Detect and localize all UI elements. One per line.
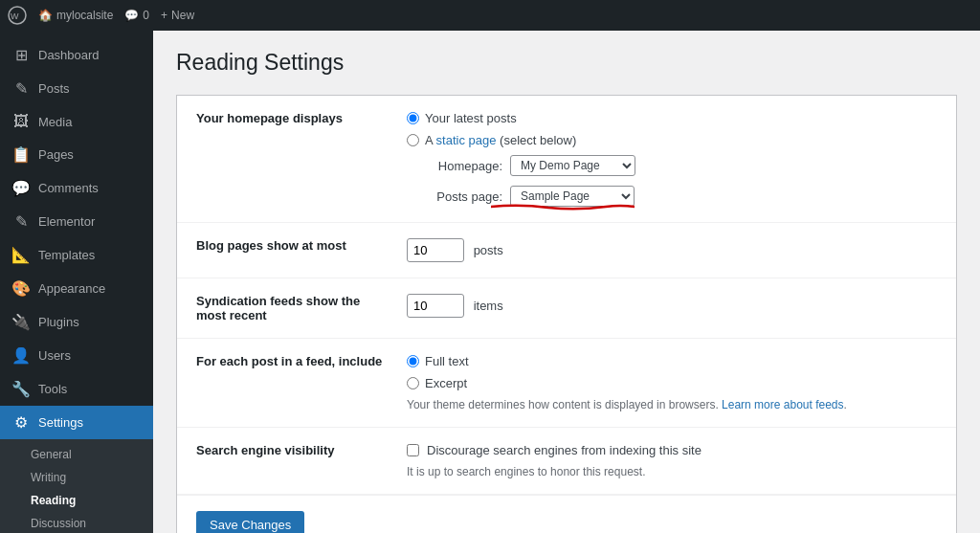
sidebar-item-comments[interactable]: 💬 Comments [0, 171, 153, 205]
latest-posts-label: Your latest posts [425, 111, 517, 125]
search-visibility-info: It is up to search engines to honor this… [407, 465, 947, 478]
search-visibility-checkbox-label: Discourage search engines from indexing … [427, 443, 702, 457]
latest-posts-option: Your latest posts [407, 111, 947, 125]
sidebar-item-templates[interactable]: 📐 Templates [0, 238, 153, 272]
feed-content-field: Full text Excerpt Your theme determines … [397, 339, 956, 428]
home-icon: 🏠 [38, 9, 53, 22]
homepage-radio-group: Your latest posts A static page (select … [407, 111, 947, 147]
sidebar-item-label: Elementor [38, 214, 95, 229]
elementor-icon: ✎ [11, 212, 31, 231]
homepage-displays-field: Your latest posts A static page (select … [397, 96, 956, 223]
form-table: Your homepage displays Your latest posts [177, 96, 956, 495]
static-page-option: A static page (select below) [407, 133, 947, 147]
blog-pages-field: posts [397, 223, 956, 278]
appearance-icon: 🎨 [11, 279, 31, 298]
save-changes-button[interactable]: Save Changes [196, 511, 304, 533]
new-label: New [171, 9, 194, 22]
comments-link[interactable]: 💬 0 [124, 9, 149, 22]
site-name: mylocalsite [56, 9, 113, 22]
sidebar-item-posts[interactable]: ✎ Posts [0, 72, 153, 105]
comments-icon: 💬 [11, 179, 31, 197]
posts-icon: ✎ [11, 79, 31, 98]
comment-icon: 💬 [124, 9, 139, 22]
posts-page-select-container: Posts page: Sample Page [407, 186, 947, 207]
learn-more-feeds-link[interactable]: Learn more about feeds [722, 398, 843, 411]
submenu-item-discussion[interactable]: Discussion [0, 512, 153, 533]
sidebar-item-label: Pages [38, 147, 74, 162]
sidebar-item-users[interactable]: 👤 Users [0, 339, 153, 372]
settings-icon: ⚙ [11, 413, 31, 432]
sidebar-item-label: Posts [38, 81, 70, 96]
pages-icon: 📋 [11, 145, 31, 164]
latest-posts-radio[interactable] [407, 112, 419, 124]
excerpt-option: Excerpt [407, 376, 947, 390]
full-text-option: Full text [407, 354, 947, 368]
comment-count: 0 [143, 9, 149, 22]
syndication-suffix: items [474, 299, 503, 313]
top-bar: W 🏠 mylocalsite 💬 0 + New [0, 0, 980, 31]
static-page-selects: Homepage: My Demo Page Posts page: [407, 155, 947, 207]
settings-submenu: General Writing Reading Discussion Media… [0, 439, 153, 533]
submenu-item-general[interactable]: General [0, 443, 153, 466]
homepage-select-row: Homepage: My Demo Page [407, 155, 947, 176]
sidebar-item-appearance[interactable]: 🎨 Appearance [0, 272, 153, 305]
search-visibility-checkbox[interactable] [407, 444, 419, 456]
homepage-displays-label: Your homepage displays [177, 96, 397, 223]
homepage-displays-row: Your homepage displays Your latest posts [177, 96, 956, 223]
posts-page-select-label: Posts page: [426, 189, 502, 204]
static-page-radio[interactable] [407, 134, 419, 146]
search-visibility-label: Search engine visibility [177, 428, 397, 495]
static-page-label: A static page (select below) [425, 133, 576, 147]
feed-info-text: Your theme determines how content is dis… [407, 398, 947, 411]
syndication-field: items [397, 278, 956, 339]
sidebar-item-elementor[interactable]: ✎ Elementor [0, 205, 153, 238]
wp-logo-link[interactable]: W [8, 6, 27, 25]
posts-page-select-row: Posts page: Sample Page [407, 186, 947, 207]
feed-radio-group: Full text Excerpt [407, 354, 947, 390]
sidebar-item-label: Users [38, 348, 71, 363]
sidebar-item-label: Settings [38, 415, 83, 430]
sidebar-item-pages[interactable]: 📋 Pages [0, 138, 153, 171]
dashboard-icon: ⊞ [11, 46, 31, 64]
templates-icon: 📐 [11, 246, 31, 264]
blog-pages-input[interactable] [407, 238, 464, 262]
sidebar-item-media[interactable]: 🖼 Media [0, 105, 153, 138]
syndication-input[interactable] [407, 294, 464, 318]
static-page-link[interactable]: static page [436, 133, 497, 147]
new-content-link[interactable]: + New [161, 9, 194, 22]
sidebar-item-settings[interactable]: ⚙ Settings [0, 406, 153, 439]
excerpt-radio[interactable] [407, 377, 419, 389]
search-visibility-field: Discourage search engines from indexing … [397, 428, 956, 495]
homepage-select-label: Homepage: [426, 159, 502, 173]
blog-pages-label: Blog pages show at most [177, 223, 397, 278]
site-name-link[interactable]: 🏠 mylocalsite [38, 9, 113, 22]
red-underline-decoration [491, 203, 635, 211]
submenu-item-reading[interactable]: Reading [0, 489, 153, 512]
excerpt-label: Excerpt [425, 376, 467, 390]
search-visibility-checkbox-row: Discourage search engines from indexing … [407, 443, 947, 457]
syndication-label: Syndication feeds show the most recent [177, 278, 397, 339]
users-icon: 👤 [11, 346, 31, 365]
sidebar: ⊞ Dashboard ✎ Posts 🖼 Media 📋 Pages 💬 Co… [0, 31, 153, 533]
sidebar-item-plugins[interactable]: 🔌 Plugins [0, 305, 153, 339]
sidebar-item-label: Media [38, 115, 72, 129]
settings-form: Your homepage displays Your latest posts [176, 95, 957, 533]
sidebar-item-dashboard[interactable]: ⊞ Dashboard [0, 38, 153, 72]
search-visibility-row: Search engine visibility Discourage sear… [177, 428, 956, 495]
feed-content-label: For each post in a feed, include [177, 339, 397, 428]
sidebar-item-label: Plugins [38, 315, 79, 329]
blog-pages-row: Blog pages show at most posts [177, 223, 956, 278]
form-footer: Save Changes [177, 495, 956, 533]
homepage-select[interactable]: My Demo Page [510, 155, 635, 176]
sidebar-item-label: Templates [38, 248, 95, 262]
submenu-item-writing[interactable]: Writing [0, 466, 153, 489]
blog-pages-suffix: posts [474, 243, 503, 257]
full-text-radio[interactable] [407, 355, 419, 367]
page-title: Reading Settings [176, 50, 957, 76]
plugins-icon: 🔌 [11, 313, 31, 331]
syndication-row: Syndication feeds show the most recent i… [177, 278, 956, 339]
sidebar-item-tools[interactable]: 🔧 Tools [0, 372, 153, 406]
plus-icon: + [161, 9, 167, 22]
feed-content-row: For each post in a feed, include Full te… [177, 339, 956, 428]
tools-icon: 🔧 [11, 380, 31, 398]
